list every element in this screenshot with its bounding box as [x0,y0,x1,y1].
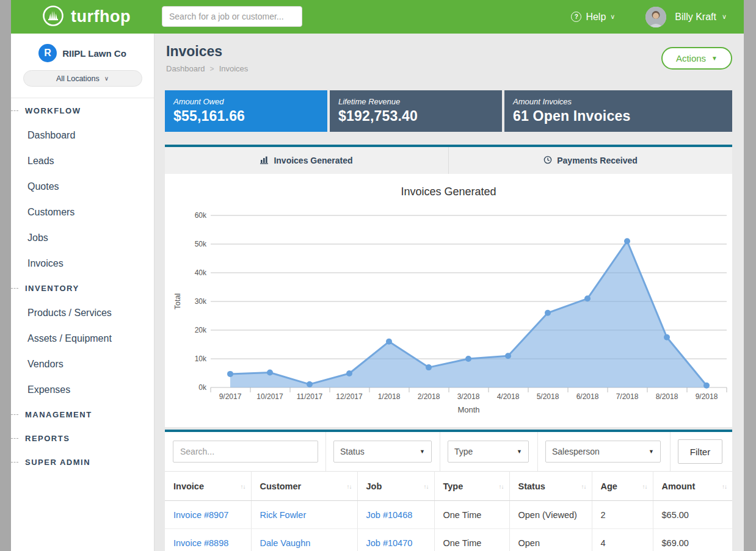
brand-name: turfhop [71,7,131,26]
sort-icon[interactable]: ↑↓ [642,483,647,489]
sort-icon[interactable]: ↑↓ [581,483,586,489]
svg-text:4/2018: 4/2018 [497,392,520,401]
column-header-status[interactable]: Status↑↓ [509,472,592,501]
invoice-link[interactable]: Invoice #8907 [173,510,228,520]
cell-amount: $69.00 [653,529,732,551]
svg-text:10k: 10k [195,355,207,363]
chart-point [703,383,710,389]
svg-text:50k: 50k [195,240,207,248]
cell-status: Open [509,529,592,551]
sidebar-item-products-services[interactable]: Products / Services [11,300,154,326]
stat-card-amount-owed: Amount Owed$55,161.66 [165,90,327,132]
top-header: turfhop ? Help ∨ Billy Kraft ∨ [11,0,744,34]
sort-icon[interactable]: ↑↓ [722,483,727,489]
invoices-generated-chart: 0k10k20k30k40k50k60k9/201710/201711/2017… [165,174,732,427]
help-icon: ? [571,12,581,22]
sidebar-item-assets-equipment[interactable]: Assets / Equipment [11,326,154,351]
user-avatar[interactable] [645,7,666,27]
svg-text:40k: 40k [195,268,207,277]
sidebar-section-workflow[interactable]: WORKFLOW [11,99,154,123]
stat-card-amount-invoices: Amount Invoices61 Open Invoices [504,90,732,132]
type-select[interactable]: Type▼ [448,441,529,463]
breadcrumb: Dashboard > Invoices [166,64,732,73]
cell-invoice: Invoice #8898 [165,529,251,551]
svg-text:30k: 30k [195,297,207,306]
column-header-job[interactable]: Job↑↓ [357,472,434,501]
chart-point [386,339,392,345]
column-header-type[interactable]: Type↑↓ [434,472,509,501]
column-header-invoice[interactable]: Invoice↑↓ [165,472,251,501]
sidebar-item-quotes[interactable]: Quotes [11,174,154,200]
sidebar-item-expenses[interactable]: Expenses [11,377,154,403]
table-row: Invoice #8907Rick FowlerJob #10468One Ti… [165,501,732,529]
chart-point [465,356,471,362]
clock-icon [543,156,552,166]
sidebar-nav: WORKFLOWDashboardLeadsQuotesCustomersJob… [11,98,154,474]
cell-customer: Rick Fowler [251,501,357,529]
column-header-amount[interactable]: Amount↑↓ [653,472,732,501]
filter-button[interactable]: Filter [678,439,722,464]
main-content: Invoices Dashboard > Invoices Actions ▼ … [165,34,732,551]
column-header-age[interactable]: Age↑↓ [592,472,653,501]
actions-button[interactable]: Actions ▼ [661,47,732,70]
location-selector[interactable]: All Locations ∨ [23,70,142,87]
stat-card-lifetime-revenue: Lifetime Revenue$192,753.40 [330,90,502,132]
invoices-table: Invoice↑↓Customer↑↓Job↑↓Type↑↓Status↑↓Ag… [165,471,732,551]
tab-payments-received[interactable]: Payments Received [448,147,732,174]
sort-icon[interactable]: ↑↓ [499,483,504,489]
svg-text:10/2017: 10/2017 [256,392,283,401]
help-menu[interactable]: ? Help ∨ [571,12,615,23]
table-search-input[interactable] [173,441,318,463]
help-label: Help [586,12,606,23]
cell-age: 2 [592,501,653,529]
cell-job: Job #10468 [357,501,434,529]
sidebar-section-super-admin[interactable]: SUPER ADMIN [11,450,154,474]
window-scrollbar-right[interactable] [744,0,756,551]
chart-point [426,364,432,370]
global-search-input[interactable] [162,6,302,27]
sort-icon[interactable]: ↑↓ [424,483,429,489]
job-link[interactable]: Job #10468 [366,510,413,520]
svg-text:Total: Total [173,294,182,309]
salesperson-select[interactable]: Salesperson▼ [545,441,661,463]
sidebar-section-reports[interactable]: REPORTS [11,427,154,450]
customer-link[interactable]: Dale Vaughn [260,538,311,548]
sidebar-item-invoices[interactable]: Invoices [11,251,154,276]
svg-text:11/2017: 11/2017 [297,392,323,401]
chart-area: 0k10k20k30k40k50k60k9/201710/201711/2017… [165,174,732,427]
app-window: turfhop ? Help ∨ Billy Kraft ∨ [11,0,744,551]
sidebar-item-jobs[interactable]: Jobs [11,225,154,251]
sort-icon[interactable]: ↑↓ [347,483,352,489]
select-arrow-icon: ▼ [649,448,654,455]
tab-invoices-generated[interactable]: Invoices Generated [165,147,448,174]
sort-icon[interactable]: ↑↓ [241,483,245,489]
chart-point [267,370,273,376]
sidebar-item-dashboard[interactable]: Dashboard [11,123,154,148]
cell-customer: Dale Vaughn [251,529,357,551]
svg-text:3/2018: 3/2018 [457,392,480,401]
select-arrow-icon: ▼ [420,448,425,455]
sidebar-item-customers[interactable]: Customers [11,200,154,225]
cell-amount: $65.00 [653,501,732,529]
brand-logo[interactable]: turfhop [42,4,131,30]
section-dash-icon [11,438,18,439]
breadcrumb-dashboard[interactable]: Dashboard [166,64,205,73]
sidebar-section-inventory[interactable]: INVENTORY [11,276,154,300]
column-header-customer[interactable]: Customer↑↓ [251,472,357,501]
filter-divider [440,432,440,471]
breadcrumb-invoices: Invoices [219,64,249,73]
user-menu[interactable]: Billy Kraft ∨ [675,12,727,23]
invoice-link[interactable]: Invoice #8898 [173,538,228,548]
filter-divider [670,432,671,471]
svg-text:7/2018: 7/2018 [616,392,639,401]
customer-link[interactable]: Rick Fowler [260,510,307,520]
chart-point [307,381,313,387]
invoices-table-panel: Status▼ Type▼ Salesperson▼ Filter Invoic… [165,430,732,551]
section-dash-icon [11,288,18,289]
svg-text:Month: Month [457,405,479,414]
sidebar-item-vendors[interactable]: Vendors [11,351,154,377]
sidebar-section-management[interactable]: MANAGEMENT [11,403,154,427]
job-link[interactable]: Job #10470 [366,538,413,548]
status-select[interactable]: Status▼ [333,441,432,463]
sidebar-item-leads[interactable]: Leads [11,148,154,174]
